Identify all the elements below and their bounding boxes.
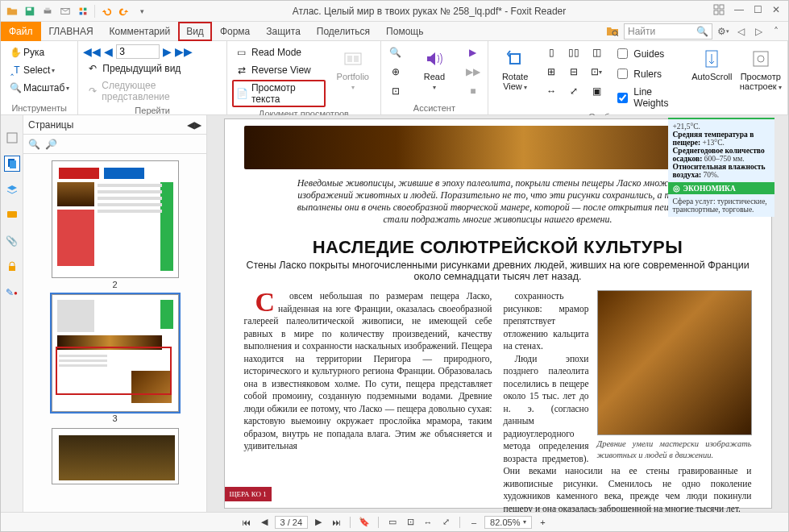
rulers-checkbox[interactable]: Rulers xyxy=(611,64,685,83)
attachments-icon[interactable]: 📎 xyxy=(4,233,20,249)
tab-help[interactable]: Помощь xyxy=(378,22,431,41)
sb-fit-4-icon[interactable]: ⤢ xyxy=(438,515,453,530)
fit-page-button[interactable]: ⤢ xyxy=(564,83,583,99)
svg-rect-6 xyxy=(84,7,87,10)
svg-rect-1 xyxy=(27,7,31,10)
sb-fit-2-icon[interactable]: ⊡ xyxy=(403,515,417,530)
svg-rect-25 xyxy=(7,211,17,218)
ribbon-collapse-icon[interactable]: ˄ xyxy=(769,24,783,39)
fit-width-icon: ↔ xyxy=(545,85,558,98)
select-tool-button[interactable]: ‸TSelect▾ xyxy=(6,62,73,78)
open-icon[interactable] xyxy=(4,3,20,19)
sb-fit-3-icon[interactable]: ↔ xyxy=(421,515,435,530)
toolbox-icon[interactable] xyxy=(75,3,91,19)
signatures-icon[interactable]: ✎● xyxy=(4,285,20,301)
search-placeholder: Найти xyxy=(628,26,696,37)
layout-split-button[interactable]: ⊡▾ xyxy=(587,64,606,80)
comments-icon[interactable] xyxy=(4,207,20,223)
sb-fit-1-icon[interactable]: ▭ xyxy=(385,515,400,530)
tab-view[interactable]: Вид xyxy=(178,22,212,41)
layout-cont-facing-button[interactable]: ⊞ xyxy=(542,64,561,80)
single-page-icon: ▯ xyxy=(545,46,558,59)
svg-rect-26 xyxy=(9,266,15,271)
search-glass-icon[interactable]: 🔍 xyxy=(696,26,708,37)
maximize-button[interactable]: ☐ xyxy=(754,4,762,18)
close-button[interactable]: ✕ xyxy=(772,4,780,18)
ribbon-mode-icon[interactable] xyxy=(713,4,725,18)
sb-prev-page-icon[interactable]: ◀ xyxy=(257,515,272,530)
thumb-zoom-out-icon[interactable]: 🔎 xyxy=(45,139,57,150)
economy-heading: ◎ЭКОНОМИКА xyxy=(668,182,774,194)
reverse-view-button[interactable]: ⇄Reverse View xyxy=(232,62,326,78)
search-folder-icon[interactable] xyxy=(604,23,621,39)
layout-single-button[interactable]: ▯ xyxy=(542,44,561,60)
figure-caption: Древние умели мастерски изображать живот… xyxy=(597,438,752,461)
thumbnail-3[interactable]: 3 xyxy=(52,294,179,423)
assistant-btn-1[interactable]: 🔍 xyxy=(386,44,405,60)
layout-continuous-button[interactable]: ▯▯ xyxy=(564,44,583,60)
prev-page-icon[interactable]: ◀ xyxy=(104,45,113,58)
view-prefs-button[interactable]: Просмотр настроек ▾ xyxy=(739,44,783,95)
tab-protect[interactable]: Защита xyxy=(258,22,309,41)
thumbnail-4[interactable] xyxy=(52,428,179,484)
layout-cover-button[interactable]: ⊟ xyxy=(564,64,583,80)
bookmarks-icon[interactable] xyxy=(4,130,20,146)
panel-collapse-icon[interactable]: ◀▶ xyxy=(187,119,201,131)
assistant-btn-4[interactable]: ▶ xyxy=(463,44,483,60)
thumb-zoom-in-icon[interactable]: 🔍 xyxy=(28,139,40,150)
email-icon[interactable] xyxy=(57,3,73,19)
nav-prev-icon[interactable]: ◁ xyxy=(733,24,748,39)
next-page-icon[interactable]: ▶ xyxy=(163,45,172,58)
fit-width-button[interactable]: ↔ xyxy=(542,83,561,99)
sb-first-page-icon[interactable]: ⏮ xyxy=(239,515,254,530)
magnifier-icon: 🔍 xyxy=(389,46,402,59)
fit-visible-button[interactable]: ▣ xyxy=(587,83,606,99)
hand-tool-button[interactable]: ✋Рука xyxy=(6,44,73,60)
guides-checkbox[interactable]: Guides xyxy=(611,44,685,63)
zoom-icon: 🔍 xyxy=(9,81,22,94)
facing-icon: ◫ xyxy=(590,46,603,59)
sb-zoom-in-icon[interactable]: + xyxy=(535,515,550,530)
document-scroll[interactable]: +21,5°C. Средняя температура в пещере: +… xyxy=(207,115,788,512)
sb-zoom-indicator[interactable]: 82.05% ▾ xyxy=(484,516,532,529)
first-page-icon[interactable]: ◀◀ xyxy=(83,45,101,58)
tab-file[interactable]: Файл xyxy=(1,22,41,41)
read-mode-button[interactable]: ▭Read Mode xyxy=(232,44,326,60)
last-page-icon[interactable]: ▶▶ xyxy=(175,45,193,58)
autoscroll-button[interactable]: AutoScroll xyxy=(690,44,733,85)
settings-gear-icon[interactable]: ⚙▾ xyxy=(716,24,730,39)
tab-share[interactable]: Поделиться xyxy=(309,22,378,41)
sb-zoom-out-icon[interactable]: – xyxy=(467,515,481,530)
assistant-btn-2[interactable]: ⊕ xyxy=(386,64,405,80)
thumbnail-2[interactable]: 2 xyxy=(52,160,179,289)
search-input[interactable]: Найти🔍 xyxy=(624,23,712,39)
text-view-button[interactable]: 📄Просмотр текста xyxy=(232,80,326,107)
minimize-button[interactable]: — xyxy=(734,4,744,18)
tab-form[interactable]: Форма xyxy=(212,22,258,41)
sb-last-page-icon[interactable]: ⏭ xyxy=(329,515,343,530)
text-view-icon: 📄 xyxy=(236,87,248,100)
sb-bookmark-icon[interactable]: 🔖 xyxy=(357,515,372,530)
pages-icon[interactable] xyxy=(4,156,20,172)
thumbnails-list[interactable]: 2 3 xyxy=(23,154,206,512)
layers-icon[interactable] xyxy=(4,181,20,197)
tab-home[interactable]: ГЛАВНАЯ xyxy=(41,22,102,41)
tab-comment[interactable]: Комментарий xyxy=(102,22,179,41)
sb-next-page-icon[interactable]: ▶ xyxy=(311,515,326,530)
line-weights-checkbox[interactable]: Line Weights xyxy=(611,85,685,110)
assistant-btn-3[interactable]: ⊡ xyxy=(386,83,405,99)
sb-page-indicator[interactable]: 3 / 24 xyxy=(275,516,309,529)
redo-icon[interactable] xyxy=(116,3,132,19)
page-number-input[interactable] xyxy=(116,44,160,59)
read-aloud-button[interactable]: Read▾ xyxy=(410,44,459,95)
nav-next-icon[interactable]: ▷ xyxy=(751,24,766,39)
undo-icon[interactable] xyxy=(98,3,114,19)
security-icon[interactable] xyxy=(4,259,20,275)
rotate-view-button[interactable]: Rotate View ▾ xyxy=(493,44,537,95)
print-icon[interactable] xyxy=(39,3,56,19)
qat-customize-icon[interactable]: ▾ xyxy=(134,3,150,19)
layout-facing-button[interactable]: ◫ xyxy=(587,44,606,60)
save-icon[interactable] xyxy=(22,3,38,19)
previous-view-button[interactable]: ↶Предыдущий вид xyxy=(83,60,222,77)
zoom-tool-button[interactable]: 🔍Масштаб▾ xyxy=(6,80,73,96)
